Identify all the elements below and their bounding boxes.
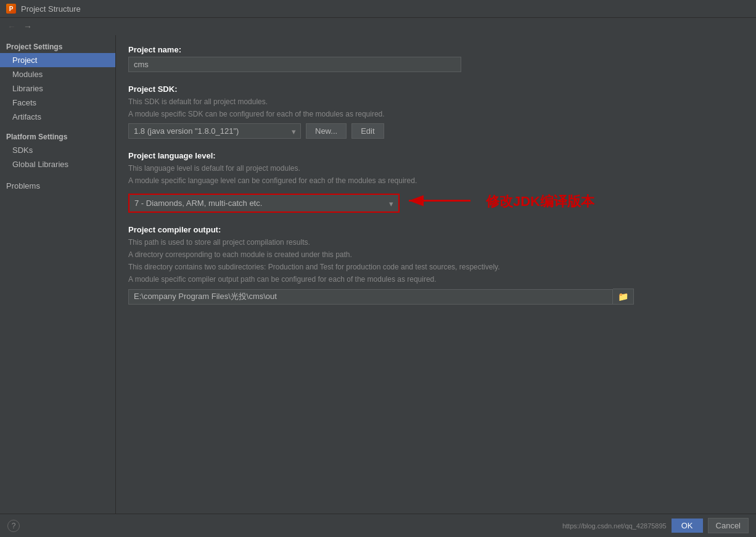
platform-settings-label: Platform Settings xyxy=(0,129,115,143)
sdk-edit-button[interactable]: Edit xyxy=(351,123,384,139)
project-sdk-section: Project SDK: This SDK is default for all… xyxy=(128,84,744,139)
lang-desc1: This language level is default for all p… xyxy=(128,163,744,174)
sdk-select-wrapper: 1.8 (java version "1.8.0_121") xyxy=(128,123,301,139)
annotation-text: 修改JDK编译版本 xyxy=(486,192,594,211)
app-icon: P xyxy=(6,4,16,14)
sidebar-item-artifacts[interactable]: Artifacts xyxy=(0,110,115,124)
forward-button[interactable]: → xyxy=(21,20,35,33)
sdk-new-button[interactable]: New... xyxy=(306,123,347,139)
compiler-output-input[interactable] xyxy=(128,289,613,305)
sidebar-item-libraries[interactable]: Libraries xyxy=(0,81,115,96)
language-level-section: Project language level: This language le… xyxy=(128,151,744,213)
sdk-dropdown[interactable]: 1.8 (java version "1.8.0_121") xyxy=(128,123,301,139)
sidebar-item-global-libraries[interactable]: Global Libraries xyxy=(0,157,115,171)
sidebar-item-sdks[interactable]: SDKs xyxy=(0,143,115,157)
project-sdk-label: Project SDK: xyxy=(128,84,744,94)
window-title: Project Structure xyxy=(21,4,81,14)
cancel-button[interactable]: Cancel xyxy=(708,518,749,533)
sdk-row: 1.8 (java version "1.8.0_121") New... Ed… xyxy=(128,123,744,139)
annotation-area: 7 - Diamonds, ARM, multi-catch etc. 修 xyxy=(128,190,744,213)
sidebar-item-problems[interactable]: Problems xyxy=(0,176,115,193)
compiler-desc4: A module specific compiler output path c… xyxy=(128,274,744,285)
folder-button[interactable]: 📁 xyxy=(613,289,634,305)
lang-level-wrapper: 7 - Diamonds, ARM, multi-catch etc. xyxy=(128,194,400,213)
sdk-desc2: A module specific SDK can be configured … xyxy=(128,109,744,120)
help-button[interactable]: ? xyxy=(7,520,20,532)
bottom-bar: ? https://blog.csdn.net/qq_42875895 OK C… xyxy=(0,514,756,537)
language-level-label: Project language level: xyxy=(128,151,744,160)
compiler-desc1: This path is used to store all project c… xyxy=(128,237,744,248)
url-text: https://blog.csdn.net/qq_42875895 xyxy=(562,522,667,530)
sidebar-item-facets[interactable]: Facets xyxy=(0,96,115,110)
output-input-wrapper: 📁 xyxy=(128,289,634,305)
title-bar: P Project Structure xyxy=(0,0,756,18)
lang-level-dropdown[interactable]: 7 - Diamonds, ARM, multi-catch etc. xyxy=(129,195,398,211)
back-button[interactable]: ← xyxy=(5,20,18,33)
sidebar-item-project[interactable]: Project xyxy=(0,53,115,67)
nav-bar: ← → xyxy=(0,18,756,35)
sidebar: Project Settings Project Modules Librari… xyxy=(0,35,116,514)
main-layout: Project Settings Project Modules Librari… xyxy=(0,35,756,514)
compiler-output-section: Project compiler output: This path is us… xyxy=(128,225,744,305)
right-panel: Project name: Project SDK: This SDK is d… xyxy=(116,35,756,514)
annotation-arrow xyxy=(403,191,477,211)
bottom-right: https://blog.csdn.net/qq_42875895 OK Can… xyxy=(562,518,749,533)
project-name-label: Project name: xyxy=(128,45,744,54)
sdk-desc1: This SDK is default for all project modu… xyxy=(128,96,744,107)
compiler-desc2: A directory corresponding to each module… xyxy=(128,249,744,260)
lang-desc2: A module specific language level can be … xyxy=(128,175,744,186)
project-name-input[interactable] xyxy=(128,57,461,72)
compiler-desc3: This directory contains two subdirectori… xyxy=(128,261,744,273)
project-name-section: Project name: xyxy=(128,45,744,72)
compiler-output-label: Project compiler output: xyxy=(128,225,744,234)
project-settings-label: Project Settings xyxy=(0,39,115,53)
ok-button[interactable]: OK xyxy=(672,519,703,533)
sidebar-item-modules[interactable]: Modules xyxy=(0,67,115,81)
